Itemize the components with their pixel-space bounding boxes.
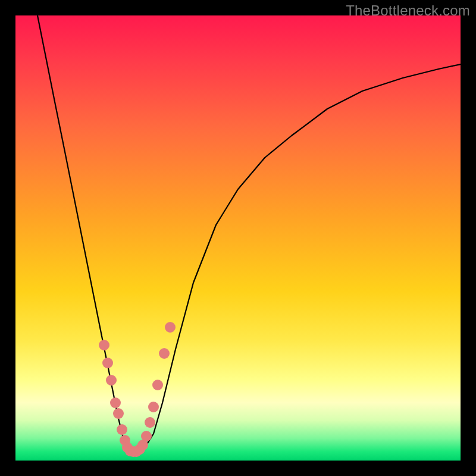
svg-point-4	[113, 408, 124, 419]
plot-area	[15, 15, 461, 461]
svg-point-13	[141, 431, 152, 441]
curve-layer	[15, 15, 461, 461]
svg-point-11	[134, 444, 145, 455]
svg-point-2	[106, 375, 117, 386]
svg-point-6	[120, 435, 130, 446]
highlight-dots	[99, 322, 176, 457]
svg-point-17	[159, 348, 170, 359]
svg-point-0	[99, 340, 109, 350]
svg-point-15	[148, 402, 159, 412]
svg-point-16	[152, 380, 163, 390]
svg-point-5	[117, 424, 127, 435]
svg-point-3	[110, 397, 121, 408]
svg-point-8	[125, 446, 136, 456]
svg-point-12	[137, 440, 148, 450]
bottleneck-curve	[37, 15, 461, 452]
svg-point-10	[131, 446, 142, 457]
svg-point-9	[128, 446, 139, 457]
svg-point-7	[122, 442, 133, 453]
chart-frame: TheBottleneck.com	[0, 0, 476, 476]
svg-point-18	[165, 322, 176, 333]
svg-point-14	[145, 417, 155, 428]
svg-point-1	[102, 358, 113, 368]
